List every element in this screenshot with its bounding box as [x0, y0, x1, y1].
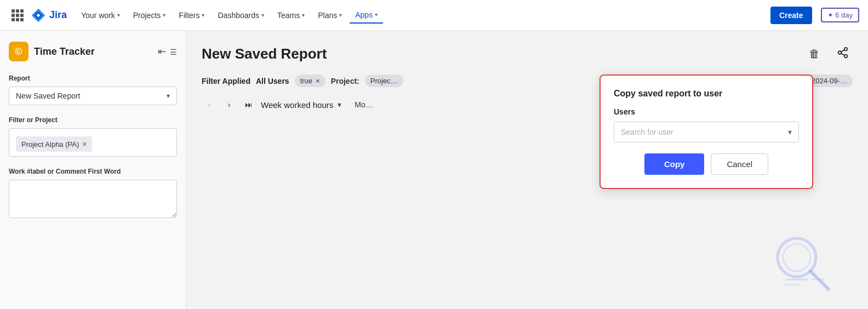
work-comment-input[interactable] — [9, 180, 177, 218]
top-navigation: Jira Your work ▾ Projects ▾ Filters ▾ Da… — [0, 0, 868, 31]
content-area: New Saved Report 🗑 — [186, 31, 868, 309]
sidebar-collapse-button[interactable]: ⇤ ☰ — [158, 45, 177, 58]
filter-section-label: Filter or Project — [9, 116, 177, 124]
nav-dashboards[interactable]: Dashboards ▾ — [212, 8, 270, 23]
sidebar-header: © Time Tracker ⇤ ☰ — [9, 42, 177, 61]
chevron-down-icon: ▾ — [202, 12, 204, 18]
report-dropdown[interactable]: New Saved Report ▾ — [9, 87, 177, 105]
jira-logo[interactable]: Jira — [31, 8, 67, 23]
search-for-user-dropdown[interactable]: Search for user ▾ — [614, 122, 799, 142]
cancel-button[interactable]: Cancel — [711, 153, 768, 175]
sidebar: © Time Tracker ⇤ ☰ Report New Saved Repo… — [0, 31, 186, 309]
filter-tag: Project Alpha (PA) × — [16, 136, 92, 152]
modal-title: Copy saved report to user — [614, 89, 799, 99]
remove-filter-button[interactable]: × — [82, 140, 87, 148]
nav-filters[interactable]: Filters ▾ — [173, 8, 210, 23]
modal-overlay: Copy saved report to user Users Search f… — [186, 31, 868, 309]
filter-or-project-section: Filter or Project Project Alpha (PA) × — [9, 116, 177, 157]
nav-projects-label: Projects — [133, 11, 161, 20]
modal-actions: Copy Cancel — [614, 153, 799, 175]
main-layout: © Time Tracker ⇤ ☰ Report New Saved Repo… — [0, 31, 868, 309]
modal-users-label: Users — [614, 107, 799, 116]
search-placeholder: Search for user — [621, 128, 673, 136]
collapse-lines-icon: ☰ — [170, 48, 177, 56]
nav-teams[interactable]: Teams ▾ — [272, 8, 310, 23]
nav-plans[interactable]: Plans ▾ — [312, 8, 347, 23]
create-button[interactable]: Create — [770, 7, 812, 24]
trial-badge: ✦ 6 day — [821, 8, 859, 22]
nav-teams-label: Teams — [277, 11, 300, 20]
copy-report-modal: Copy saved report to user Users Search f… — [599, 75, 813, 189]
copy-button[interactable]: Copy — [644, 153, 705, 175]
report-section-label: Report — [9, 75, 177, 82]
grid-menu-button[interactable] — [9, 7, 26, 24]
nav-filters-label: Filters — [179, 11, 199, 20]
nav-your-work[interactable]: Your work ▾ — [76, 8, 125, 23]
nav-apps-label: Apps — [355, 10, 373, 19]
chevron-down-icon: ▾ — [117, 12, 120, 18]
chevron-down-icon: ▾ — [163, 12, 165, 18]
jira-logo-text: Jira — [49, 9, 67, 21]
nav-your-work-label: Your work — [81, 11, 115, 20]
chevron-down-icon: ▾ — [788, 128, 792, 136]
sidebar-app-name: Time Tracker — [34, 46, 95, 58]
app-logo-icon: © — [9, 42, 28, 61]
nav-plans-label: Plans — [318, 11, 337, 20]
sidebar-logo-row: © Time Tracker — [9, 42, 95, 61]
grid-icon — [12, 9, 24, 21]
chevron-down-icon: ▾ — [167, 92, 170, 100]
nav-projects[interactable]: Projects ▾ — [128, 8, 172, 23]
work-label-text: Work #label or Comment First Word — [9, 168, 177, 175]
work-label-section: Work #label or Comment First Word — [9, 168, 177, 220]
filter-tag-value: Project Alpha (PA) — [21, 140, 79, 148]
report-value: New Saved Report — [16, 91, 81, 100]
chevron-down-icon: ▾ — [375, 12, 378, 18]
chevron-down-icon: ▾ — [339, 12, 342, 18]
report-section: Report New Saved Report ▾ — [9, 75, 177, 105]
nav-apps[interactable]: Apps ▾ — [350, 7, 383, 24]
collapse-icon: ⇤ — [158, 46, 166, 57]
chevron-down-icon: ▾ — [261, 12, 264, 18]
nav-dashboards-label: Dashboards — [218, 11, 259, 20]
chevron-down-icon: ▾ — [302, 12, 305, 18]
